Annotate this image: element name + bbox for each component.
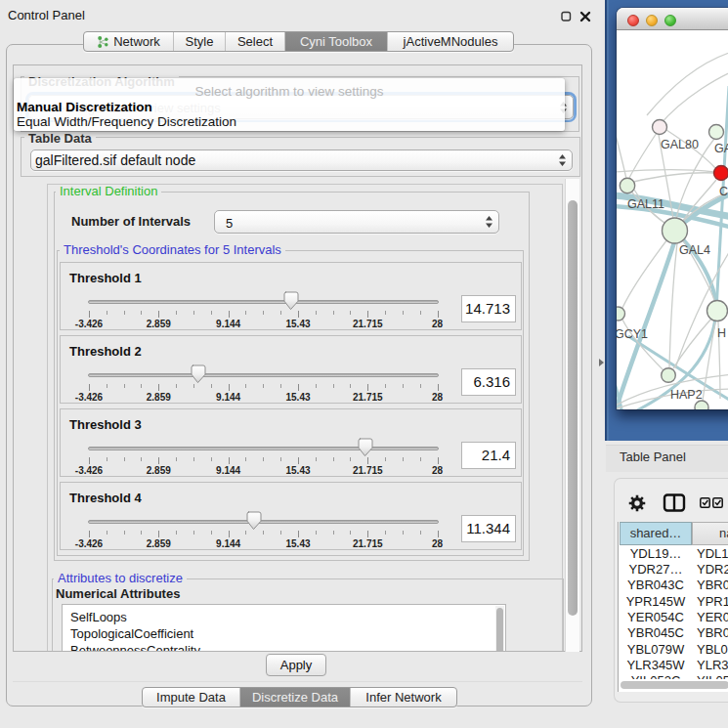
svg-text:H: H <box>717 326 726 340</box>
svg-text:GAL11: GAL11 <box>627 197 664 211</box>
svg-text:GCY1: GCY1 <box>617 327 648 341</box>
svg-text:GA: GA <box>714 142 728 155</box>
svg-text:C: C <box>719 185 728 198</box>
svg-text:HAP2: HAP2 <box>670 388 703 402</box>
svg-text:GAL80: GAL80 <box>661 138 699 151</box>
svg-text:GAL4: GAL4 <box>679 243 710 257</box>
